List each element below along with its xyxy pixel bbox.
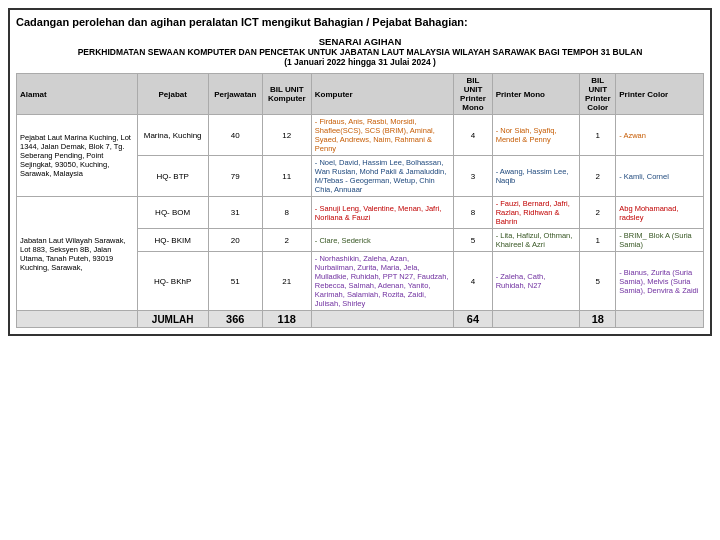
bil-komputer-cell: 8 (262, 197, 311, 229)
jumlah-bil-color: 18 (580, 311, 616, 328)
col-header-bil-color: BIL UNIT Printer Color (580, 74, 616, 115)
col-header-komputer: Komputer (311, 74, 453, 115)
bil-komputer-cell: 21 (262, 252, 311, 311)
jumlah-row: JUMLAH 366 118 64 18 (17, 311, 704, 328)
perjawatan-cell: 51 (208, 252, 262, 311)
col-header-mono: Printer Mono (492, 74, 580, 115)
mono-cell: - Awang, Hassim Lee, Naqib (492, 156, 580, 197)
subtitle2: PERKHIDMATAN SEWAAN KOMPUTER DAN PENCETA… (16, 47, 704, 57)
jumlah-bil-mono: 64 (454, 311, 492, 328)
bil-color-cell: 5 (580, 252, 616, 311)
perjawatan-cell: 79 (208, 156, 262, 197)
col-header-bil-komputer: BIL UNIT Komputer (262, 74, 311, 115)
pejabat-cell: HQ- BKIM (137, 229, 208, 252)
col-header-color: Printer Color (616, 74, 704, 115)
main-title: Cadangan perolehan dan agihan peralatan … (16, 16, 704, 28)
col-header-alamat: Alamat (17, 74, 138, 115)
bil-mono-cell: 3 (454, 156, 492, 197)
bil-komputer-cell: 2 (262, 229, 311, 252)
pejabat-cell: Marina, Kuching (137, 115, 208, 156)
color-cell: - BRIM_ Blok A (Suria Samia) (616, 229, 704, 252)
mono-cell: - Fauzi, Bernard, Jafri, Razlan, Ridhwan… (492, 197, 580, 229)
komputer-cell: - Noel, David, Hassim Lee, Bolhassan, Wa… (311, 156, 453, 197)
color-cell: - Bianus, Zurita (Suria Samia), Melvis (… (616, 252, 704, 311)
komputer-cell: - Norhashikin, Zaleha, Azan, Nurbaiiman,… (311, 252, 453, 311)
jumlah-bil-komputer: 118 (262, 311, 311, 328)
perjawatan-cell: 31 (208, 197, 262, 229)
table-row: Jabatan Laut Wilayah Sarawak, Lot 883, S… (17, 197, 704, 229)
mono-cell: - Zaleha, Cath, Ruhidah, N27 (492, 252, 580, 311)
alamat2-cell: Jabatan Laut Wilayah Sarawak, Lot 883, S… (17, 197, 138, 311)
pejabat-cell: HQ- BTP (137, 156, 208, 197)
bil-color-cell: 2 (580, 197, 616, 229)
table-row: Pejabat Laut Marina Kuching, Lot 1344, J… (17, 115, 704, 156)
jumlah-label-cell (17, 311, 138, 328)
bil-color-cell: 1 (580, 115, 616, 156)
subtitle-block: SENARAI AGIHAN PERKHIDMATAN SEWAAN KOMPU… (16, 36, 704, 67)
subtitle3: (1 Januari 2022 hingga 31 Julai 2024 ) (16, 57, 704, 67)
mono-cell: - Lita, Hafizul, Othman, Khaireel & Azri (492, 229, 580, 252)
color-cell: Abg Mohamanad, radsley (616, 197, 704, 229)
mono-cell: - Nor Siah, Syafiq, Mendel & Penny (492, 115, 580, 156)
jumlah-mono-empty (492, 311, 580, 328)
bil-mono-cell: 5 (454, 229, 492, 252)
jumlah-color-empty (616, 311, 704, 328)
bil-mono-cell: 8 (454, 197, 492, 229)
jumlah-komputer-empty (311, 311, 453, 328)
col-header-perjawatan: Perjawatan (208, 74, 262, 115)
pejabat-cell: HQ- BOM (137, 197, 208, 229)
col-header-pejabat: Pejabat (137, 74, 208, 115)
subtitle1: SENARAI AGIHAN (16, 36, 704, 47)
komputer-cell: - Firdaus, Anis, Rasbi, Morsidi, Shaflee… (311, 115, 453, 156)
bil-komputer-cell: 11 (262, 156, 311, 197)
pejabat-cell: HQ- BKhP (137, 252, 208, 311)
komputer-cell: - Sanuji Leng, Valentine, Menan, Jafri, … (311, 197, 453, 229)
bil-komputer-cell: 12 (262, 115, 311, 156)
bil-color-cell: 1 (580, 229, 616, 252)
perjawatan-cell: 20 (208, 229, 262, 252)
perjawatan-cell: 40 (208, 115, 262, 156)
color-cell: - Kamli, Cornel (616, 156, 704, 197)
main-table: Alamat Pejabat Perjawatan BIL UNIT Kompu… (16, 73, 704, 328)
komputer-cell: - Clare, Sederick (311, 229, 453, 252)
alamat1-cell: Pejabat Laut Marina Kuching, Lot 1344, J… (17, 115, 138, 197)
bil-color-cell: 2 (580, 156, 616, 197)
col-header-bil-mono: BIL UNIT Printer Mono (454, 74, 492, 115)
jumlah-label: JUMLAH (137, 311, 208, 328)
bil-mono-cell: 4 (454, 115, 492, 156)
jumlah-perjawatan: 366 (208, 311, 262, 328)
page-container: Cadangan perolehan dan agihan peralatan … (8, 8, 712, 336)
color-cell: - Azwan (616, 115, 704, 156)
bil-mono-cell: 4 (454, 252, 492, 311)
